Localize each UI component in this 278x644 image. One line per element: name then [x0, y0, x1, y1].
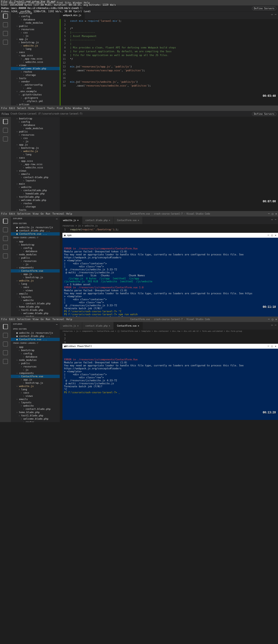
- more-icon[interactable]: ⋯: [275, 218, 276, 222]
- menu-go[interactable]: Go: [41, 212, 44, 215]
- menu-window[interactable]: Window: [73, 107, 82, 110]
- file-welcome-blade-php[interactable]: ›welcome.blade.php: [11, 417, 60, 420]
- menu-help[interactable]: Help: [66, 318, 72, 321]
- menu-go[interactable]: Go: [41, 318, 44, 321]
- file-public[interactable]: ›public: [11, 256, 60, 259]
- open-editor-item[interactable]: ● contact.blade.php ...: [11, 229, 60, 232]
- file--gitattributes[interactable]: ›.gitattributes: [11, 93, 60, 96]
- close-tab-icon[interactable]: ×: [77, 219, 78, 222]
- tab-website-js[interactable]: website.js ×: [60, 216, 82, 224]
- open-editor-item[interactable]: ● website.js resources/js: [11, 226, 60, 229]
- file--editorconfig[interactable]: ›.editorconfig: [11, 83, 60, 86]
- file-app[interactable]: ›app: [11, 345, 60, 349]
- extensions-icon[interactable]: [3, 359, 8, 364]
- file-js[interactable]: ›js: [11, 140, 60, 143]
- powershell-terminal[interactable]: ▣ Windows PowerShell─▢✕ ERROR in ./resou…: [62, 344, 278, 420]
- file-resources[interactable]: ›resources: [11, 28, 60, 31]
- file-layouts[interactable]: ›layouts: [11, 401, 60, 404]
- tab-ContactForm-vue[interactable]: ContactForm.vue ×: [114, 216, 143, 224]
- files-icon[interactable]: [3, 14, 8, 18]
- file-storage[interactable]: ›storage: [11, 73, 60, 77]
- more-icon[interactable]: ⋯: [275, 324, 276, 328]
- file-storage[interactable]: ›storage: [11, 205, 60, 208]
- menu-view[interactable]: View: [33, 318, 39, 321]
- file-bootstrap[interactable]: ›bootstrap: [11, 117, 60, 120]
- file-website-js[interactable]: ›website.js: [11, 279, 60, 282]
- file-config[interactable]: ›config: [11, 15, 60, 18]
- file-views[interactable]: ›views: [11, 64, 60, 67]
- close-tab-icon[interactable]: ×: [77, 324, 78, 327]
- file-contactform-vue[interactable]: ›ContactForm.vue: [11, 375, 60, 378]
- file-resources[interactable]: ›resources: [11, 365, 60, 368]
- explorer-icon[interactable]: [3, 324, 8, 329]
- menu-selection[interactable]: Selection: [17, 212, 30, 215]
- file-website[interactable]: ›website: [11, 185, 60, 189]
- breadcrumb[interactable]: resources > js > components > ContactFor…: [60, 330, 278, 333]
- file-welcome-blade-php[interactable]: ›welcome.blade.php: [11, 67, 60, 70]
- split-icon[interactable]: ▭: [271, 13, 273, 17]
- menu-view[interactable]: View: [28, 107, 34, 110]
- file-node-modules[interactable]: ›node_modules: [11, 127, 60, 130]
- menu-tools[interactable]: Tools: [47, 107, 55, 110]
- file--env[interactable]: ›.env: [11, 86, 60, 90]
- project-header[interactable]: CRASH-COURSE-LARAVEL-7: [11, 236, 60, 240]
- file--app-raw-scss[interactable]: ›_app-raw.scss: [11, 163, 60, 166]
- file-database[interactable]: ›database: [11, 18, 60, 21]
- maximize-icon[interactable]: ▢: [271, 234, 273, 237]
- extensions-icon[interactable]: [3, 40, 8, 45]
- file-lang[interactable]: ›lang: [11, 153, 60, 156]
- file-database[interactable]: ›database: [11, 123, 60, 127]
- file-contactblade-php[interactable]: ›contactblade.php: [11, 189, 60, 192]
- tab-website-js[interactable]: website.js ×: [60, 322, 82, 330]
- file--gitignore[interactable]: ›.gitignore: [11, 96, 60, 100]
- file-homeblade-php[interactable]: ›homeblade.php: [11, 192, 60, 195]
- file-views[interactable]: ›views: [11, 169, 60, 172]
- file-config[interactable]: ›config: [11, 120, 60, 123]
- file-layouts[interactable]: ›layouts: [11, 179, 60, 182]
- menu-edit[interactable]: Edit: [9, 107, 15, 110]
- explorer-sidebar[interactable]: EXPLORER ⋯ OPEN EDITORS ● website.js res…: [11, 322, 60, 422]
- menu-select[interactable]: Select: [17, 107, 26, 110]
- file-app-scss[interactable]: ›app.scss: [11, 54, 60, 57]
- file-js[interactable]: ›js: [11, 263, 60, 266]
- menu-find[interactable]: Find: [57, 107, 63, 110]
- menu-file[interactable]: File: [1, 107, 7, 110]
- file-sass[interactable]: ›sass: [11, 156, 60, 159]
- close-tab-icon[interactable]: ×: [109, 324, 110, 327]
- menu-edit[interactable]: Edit: [9, 212, 15, 215]
- file-node-modules[interactable]: ›node_modules: [11, 21, 60, 24]
- file--env-example[interactable]: ›.env.example: [11, 90, 60, 93]
- file-config[interactable]: ›config: [11, 352, 60, 355]
- menu-file[interactable]: File: [1, 318, 7, 321]
- file-website[interactable]: ›website: [11, 404, 60, 407]
- search-icon[interactable]: [3, 22, 8, 27]
- file-resources[interactable]: ›resources: [11, 259, 60, 263]
- open-editor-item[interactable]: ● website.js resources/js: [11, 331, 60, 335]
- file-bootstrap-js[interactable]: ›bootstrap.js: [11, 276, 60, 279]
- close-icon[interactable]: ✕: [275, 234, 276, 237]
- file--styleci-yml[interactable]: ›.styleci.yml: [11, 100, 60, 103]
- define-servers-button[interactable]: Define Servers: [252, 112, 276, 116]
- file-js[interactable]: ›js: [11, 34, 60, 38]
- split-icon[interactable]: ▭: [271, 324, 273, 328]
- file-contact-blade-php[interactable]: ›contact.blade.php: [11, 302, 60, 305]
- file-lang[interactable]: ›lang: [11, 282, 60, 286]
- file-bootstrap-js[interactable]: ›bootstrap.js: [11, 146, 60, 150]
- file-css[interactable]: ›css: [11, 31, 60, 34]
- file-sass[interactable]: ›sass: [11, 391, 60, 394]
- file-bootstrap-js[interactable]: ›bootstrap.js: [11, 41, 60, 44]
- file-website-js[interactable]: ›website.js: [11, 44, 60, 47]
- file-app-js[interactable]: ›app.js: [11, 378, 60, 381]
- search-icon[interactable]: [3, 128, 8, 133]
- file-contactform-vue[interactable]: ›ContactForm.vue: [11, 269, 60, 273]
- define-servers-button[interactable]: Define Servers: [252, 7, 276, 10]
- file-welcome-blade-php[interactable]: ›welcome.blade.php: [11, 199, 60, 202]
- open-editor-item[interactable]: ● ContactForm.vue ...: [11, 338, 60, 341]
- file-app-scss[interactable]: ›app.scss: [11, 159, 60, 163]
- file-home-blade-php[interactable]: ›home.blade.php: [11, 305, 60, 308]
- file-sass[interactable]: ›sass: [11, 286, 60, 289]
- file-components[interactable]: ›components: [11, 371, 60, 375]
- terminal-title-bar[interactable]: ▣ npm─▢✕: [62, 233, 278, 238]
- file-resources[interactable]: ›resources: [11, 133, 60, 137]
- file-sass[interactable]: ›sass: [11, 51, 60, 54]
